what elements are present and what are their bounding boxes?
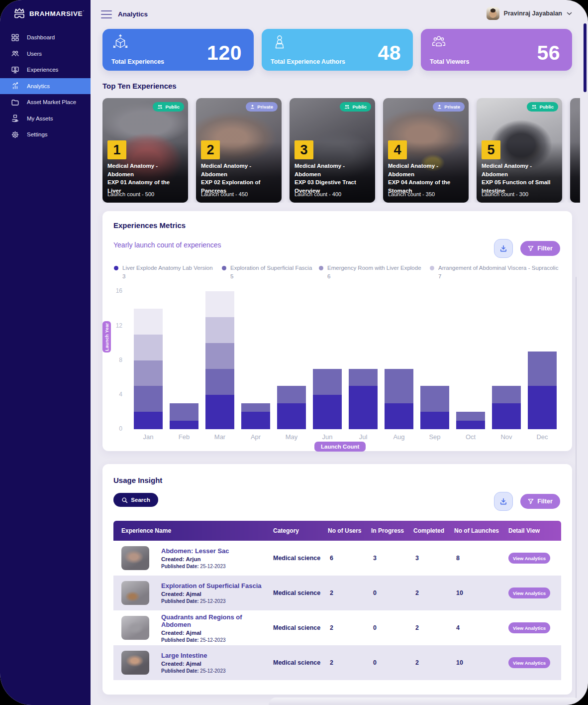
menu-toggle-icon[interactable] bbox=[101, 10, 112, 18]
bar-segment bbox=[134, 309, 163, 335]
bar-segment bbox=[385, 369, 413, 403]
sidebar-item-analytics[interactable]: Analytics bbox=[0, 78, 91, 95]
bar-segment bbox=[134, 412, 163, 429]
sidebar-item-experiences[interactable]: Experiences bbox=[0, 62, 91, 78]
experience-title: Medical Anatomy - AbdomenEXP 02 Explorat… bbox=[201, 162, 278, 195]
bar-column-mar bbox=[202, 291, 238, 429]
search-label: Search bbox=[131, 497, 150, 503]
bar-segment bbox=[241, 403, 270, 412]
experience-card-4[interactable]: Private 4 Medical Anatomy - AbdomenEXP 0… bbox=[383, 98, 469, 203]
x-axis-labels: JanFebMarAprMayJunJulAugSepOctNovDec bbox=[130, 433, 560, 441]
created-by: Created: Ajmal bbox=[161, 661, 226, 667]
usage-table: Experience Name Category No of Users In … bbox=[113, 521, 561, 680]
bar-segment bbox=[420, 412, 449, 429]
download-button[interactable] bbox=[494, 492, 513, 511]
stat-value: 48 bbox=[378, 41, 401, 65]
bar-segment bbox=[277, 386, 306, 403]
sidebar-item-dashboard[interactable]: Dashboard bbox=[0, 29, 91, 46]
table-row[interactable]: Large Intestine Created: Ajmal Published… bbox=[113, 645, 561, 680]
person-icon bbox=[437, 105, 442, 109]
table-row[interactable]: Abdomen: Lesser Sac Created: Arjun Publi… bbox=[113, 541, 561, 576]
category-cell: Medical science bbox=[273, 659, 328, 666]
legend-item-4: Arrangement of Abdominal Viscera - Supra… bbox=[430, 264, 560, 279]
in-progress-cell: 0 bbox=[371, 624, 413, 631]
view-analytics-button[interactable]: View Analytics bbox=[508, 553, 550, 564]
filter-label: Filter bbox=[537, 245, 553, 252]
legend-dot bbox=[319, 266, 323, 270]
published-date: Published Date: 25-12-2023 bbox=[161, 637, 273, 643]
bar-segment bbox=[205, 317, 234, 343]
visibility-label: Public bbox=[539, 104, 554, 110]
bar-segment bbox=[313, 369, 342, 395]
download-icon bbox=[499, 497, 507, 505]
search-icon bbox=[121, 497, 128, 503]
published-date: Published Date: 25-12-2023 bbox=[161, 598, 262, 604]
experience-card-partial[interactable] bbox=[570, 98, 580, 203]
user-menu[interactable]: Pravinraj Jayabalan bbox=[487, 7, 572, 20]
table-row[interactable]: Quadrants and Regions of Abdomen Created… bbox=[113, 610, 561, 645]
x-axis-label: Oct bbox=[453, 433, 489, 441]
experience-card-1[interactable]: Public 1 Medical Anatomy - AbdomenEXP 01… bbox=[102, 98, 188, 203]
filter-button[interactable]: Filter bbox=[520, 241, 560, 256]
funnel-icon bbox=[528, 498, 534, 504]
thumbnail-shade bbox=[570, 98, 580, 203]
visibility-badge: Public bbox=[527, 102, 558, 112]
bar-segment bbox=[349, 369, 378, 386]
view-analytics-button[interactable]: View Analytics bbox=[508, 657, 550, 668]
legend-dot bbox=[222, 266, 226, 270]
filter-button[interactable]: Filter bbox=[520, 494, 560, 509]
view-analytics-button[interactable]: View Analytics bbox=[508, 588, 550, 598]
experience-card-5[interactable]: Public 5 Medical Anatomy - AbdomenEXP 05… bbox=[477, 98, 562, 203]
completed-cell: 3 bbox=[413, 555, 454, 562]
people-icon bbox=[344, 105, 350, 109]
column-header: Category bbox=[273, 527, 328, 534]
table-body: Abdomen: Lesser Sac Created: Arjun Publi… bbox=[113, 541, 561, 680]
rank-badge: 5 bbox=[482, 140, 500, 159]
next-section-partial bbox=[269, 698, 580, 705]
launches-cell: 8 bbox=[454, 555, 508, 562]
bar-stack bbox=[134, 309, 163, 429]
bar-stack bbox=[492, 386, 521, 429]
launches-cell: 4 bbox=[454, 624, 508, 631]
bar-segment bbox=[349, 386, 378, 429]
sidebar-item-label: Users bbox=[27, 51, 42, 57]
legend-dot bbox=[114, 266, 118, 270]
sidebar-item-asset-market-place[interactable]: Asset Market Place bbox=[0, 94, 91, 111]
launch-count: Launch count - 350 bbox=[388, 191, 435, 197]
row-thumbnail bbox=[121, 546, 149, 570]
y-tick: 4 bbox=[109, 391, 122, 398]
users-cell: 2 bbox=[328, 624, 371, 631]
visibility-badge: Public bbox=[153, 102, 184, 112]
download-button[interactable] bbox=[494, 239, 513, 258]
in-progress-cell: 0 bbox=[371, 589, 413, 596]
search-button[interactable]: Search bbox=[113, 493, 158, 507]
experience-title: Medical Anatomy - AbdomenEXP 04 Anatomy … bbox=[388, 162, 465, 195]
experience-card-3[interactable]: Public 3 Medical Anatomy - AbdomenEXP 03… bbox=[290, 98, 375, 203]
top-ten-carousel: Public 1 Medical Anatomy - AbdomenEXP 01… bbox=[102, 98, 580, 203]
legend-number: 3 bbox=[122, 273, 213, 279]
rank-badge: 3 bbox=[294, 140, 313, 159]
sidebar-item-my-assets[interactable]: My Assets bbox=[0, 111, 91, 127]
experience-card-2[interactable]: Private 2 Medical Anatomy - AbdomenEXP 0… bbox=[196, 98, 282, 203]
viewers-group-icon bbox=[429, 33, 448, 52]
x-axis-label: Apr bbox=[238, 433, 274, 441]
y-tick: 0 bbox=[109, 425, 122, 432]
column-header: Detail View bbox=[508, 527, 569, 534]
page-scrollbar[interactable] bbox=[584, 23, 587, 92]
bar-column-aug bbox=[381, 291, 417, 429]
y-tick: 8 bbox=[109, 356, 122, 363]
legend-label: Arrangement of Abdominal Viscera - Supra… bbox=[438, 264, 558, 272]
experience-name: Abdomen: Lesser Sac bbox=[161, 547, 229, 555]
users-cell: 2 bbox=[328, 589, 371, 596]
table-row[interactable]: Exploration of Superficial Fascia Create… bbox=[113, 576, 561, 610]
sidebar-item-label: Experiences bbox=[27, 67, 58, 73]
bar-column-sep bbox=[417, 291, 453, 429]
sidebar-item-users[interactable]: Users bbox=[0, 46, 91, 62]
bar-stack bbox=[205, 291, 234, 429]
sidebar-item-settings[interactable]: Settings bbox=[0, 126, 91, 143]
in-progress-cell: 0 bbox=[371, 659, 413, 666]
bar-column-jun bbox=[309, 291, 345, 429]
view-analytics-button[interactable]: View Analytics bbox=[508, 622, 550, 633]
stat-card-total-viewers: Total Viewers 56 bbox=[421, 29, 572, 71]
y-tick: 16 bbox=[109, 287, 122, 294]
